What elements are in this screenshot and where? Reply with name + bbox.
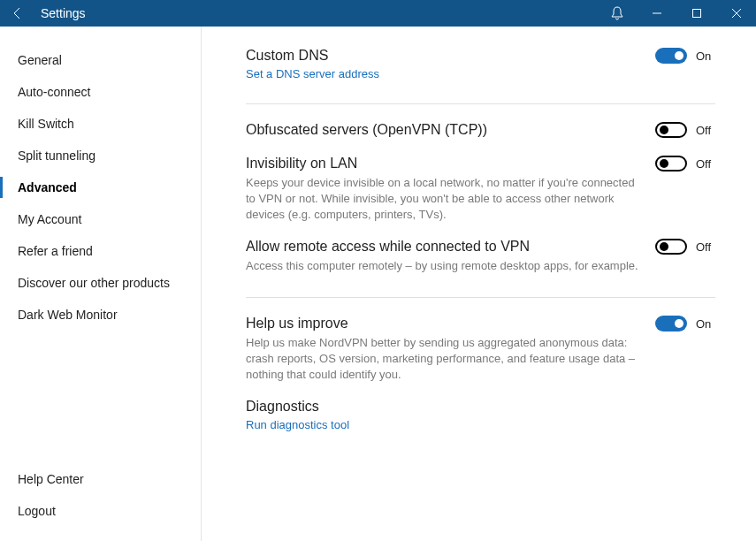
back-button[interactable] <box>0 0 35 27</box>
sidebar-item-dark-web-monitor[interactable]: Dark Web Monitor <box>0 299 201 331</box>
improve-title: Help us improve <box>246 314 643 333</box>
content-area: Custom DNS Set a DNS server address On O… <box>202 27 756 541</box>
obfuscated-toggle[interactable] <box>655 122 687 138</box>
divider <box>246 103 715 104</box>
sidebar-item-split-tunneling[interactable]: Split tunneling <box>0 140 201 171</box>
lan-state: Off <box>696 157 715 171</box>
sidebar: General Auto-connect Kill Switch Split t… <box>0 27 202 541</box>
remote-toggle[interactable] <box>655 239 687 255</box>
sidebar-item-logout[interactable]: Logout <box>0 495 201 527</box>
window-title: Settings <box>41 6 86 20</box>
improve-toggle[interactable] <box>655 316 687 331</box>
minimize-button[interactable] <box>637 0 676 27</box>
improve-state: On <box>696 317 715 331</box>
run-diagnostics-link[interactable]: Run diagnostics tool <box>246 418 715 431</box>
sidebar-item-auto-connect[interactable]: Auto-connect <box>0 76 201 108</box>
notifications-icon[interactable] <box>597 0 637 27</box>
close-button[interactable] <box>716 0 756 27</box>
sidebar-item-general[interactable]: General <box>0 44 201 76</box>
sidebar-item-my-account[interactable]: My Account <box>0 203 201 235</box>
sidebar-item-discover-products[interactable]: Discover our other products <box>0 267 201 299</box>
svg-rect-1 <box>692 10 700 18</box>
remote-state: Off <box>696 240 715 254</box>
improve-desc: Help us make NordVPN better by sending u… <box>246 335 643 383</box>
sidebar-item-help-center[interactable]: Help Center <box>0 463 201 495</box>
maximize-button[interactable] <box>676 0 716 27</box>
set-dns-link[interactable]: Set a DNS server address <box>246 67 643 80</box>
sidebar-item-kill-switch[interactable]: Kill Switch <box>0 108 201 140</box>
diagnostics-title: Diagnostics <box>246 397 715 416</box>
obfuscated-title: Obfuscated servers (OpenVPN (TCP)) <box>246 120 643 140</box>
custom-dns-toggle[interactable] <box>655 48 687 64</box>
remote-desc: Access this computer remotely – by using… <box>246 258 643 274</box>
obfuscated-state: Off <box>696 124 715 137</box>
titlebar: Settings <box>0 0 756 27</box>
custom-dns-state: On <box>696 50 715 63</box>
lan-toggle[interactable] <box>655 156 687 171</box>
custom-dns-title: Custom DNS <box>246 46 643 65</box>
sidebar-item-advanced[interactable]: Advanced <box>0 171 201 203</box>
sidebar-item-refer-a-friend[interactable]: Refer a friend <box>0 235 201 267</box>
lan-desc: Keeps your device invisible on a local n… <box>246 175 643 223</box>
remote-title: Allow remote access while connected to V… <box>246 237 643 256</box>
divider <box>246 297 715 298</box>
lan-title: Invisibility on LAN <box>246 154 643 173</box>
